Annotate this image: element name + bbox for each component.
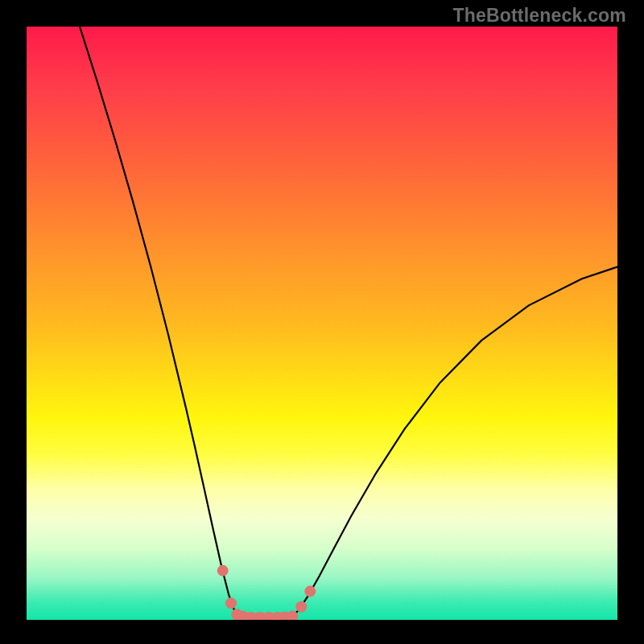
svg-point-1 — [225, 597, 237, 609]
watermark-text: TheBottleneck.com — [452, 5, 626, 27]
svg-point-0 — [217, 565, 229, 576]
bottleneck-curve — [80, 27, 617, 620]
marker-dots — [217, 565, 316, 620]
svg-point-10 — [295, 601, 307, 613]
chart-frame: TheBottleneck.com — [0, 0, 644, 644]
chart-svg — [27, 27, 617, 620]
svg-point-11 — [304, 586, 316, 597]
plot-area — [27, 27, 617, 620]
